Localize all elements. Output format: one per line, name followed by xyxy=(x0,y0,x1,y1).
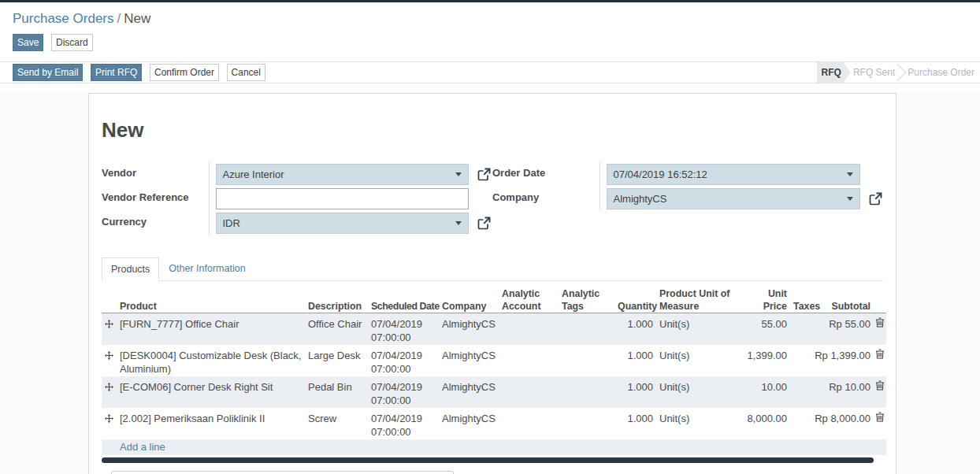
delete-row-icon[interactable] xyxy=(875,412,885,422)
cell-uom[interactable]: Unit(s) xyxy=(656,345,737,376)
cell-unit-price[interactable]: 8,000.00 xyxy=(737,408,790,439)
col-product[interactable]: Product xyxy=(117,281,305,313)
cell-analytic-account[interactable] xyxy=(499,313,559,345)
order-date-field[interactable]: 07/04/2019 16:52:12 xyxy=(607,164,860,185)
print-rfq-button[interactable]: Print RFQ xyxy=(91,64,142,81)
cell-uom[interactable]: Unit(s) xyxy=(656,376,737,408)
cell-scheduled-date[interactable]: 07/04/2019 07:00:00 xyxy=(368,408,439,439)
cell-subtotal[interactable]: Rp 1,399.00 xyxy=(824,345,874,376)
horizontal-scrollbar-thumb[interactable] xyxy=(102,457,874,463)
field-row-vendor: Vendor Azure Interior xyxy=(102,161,492,186)
cell-quantity[interactable]: 1.000 xyxy=(614,345,656,376)
tab-other-information[interactable]: Other Information xyxy=(160,257,254,280)
cell-scheduled-date[interactable]: 07/04/2019 07:00:00 xyxy=(368,376,439,408)
cell-product[interactable]: [2.002] Pemeriksaan Poliklinik II xyxy=(117,408,305,439)
cell-company[interactable]: AlmightyCS xyxy=(439,313,499,345)
breadcrumb-purchase-orders-link[interactable]: Purchase Orders xyxy=(13,11,114,26)
cell-subtotal[interactable]: Rp 55.00 xyxy=(824,313,874,345)
table-row[interactable]: [FURN_7777] Office Chair Office Chair 07… xyxy=(102,313,886,345)
status-step-purchase-order[interactable]: Purchase Order xyxy=(903,62,980,83)
col-company[interactable]: Company xyxy=(439,281,499,313)
status-step-rfq[interactable]: RFQ xyxy=(817,62,851,83)
cell-uom[interactable]: Unit(s) xyxy=(656,408,737,439)
order-date-dropdown-caret-icon[interactable] xyxy=(847,172,853,176)
table-row[interactable]: [2.002] Pemeriksaan Poliklinik II Screw … xyxy=(102,408,886,439)
col-taxes[interactable]: Taxes xyxy=(790,281,824,313)
field-groups: Vendor Azure Interior xyxy=(102,161,883,235)
cell-product[interactable]: [E-COM06] Corner Desk Right Sit xyxy=(117,376,305,408)
cell-description[interactable]: Office Chair xyxy=(305,313,368,345)
send-by-email-button[interactable]: Send by Email xyxy=(13,64,83,81)
cell-scheduled-date[interactable]: 07/04/2019 07:00:00 xyxy=(368,313,439,345)
cell-taxes[interactable] xyxy=(790,313,824,345)
currency-external-link-icon[interactable] xyxy=(477,217,491,230)
delete-row-icon[interactable] xyxy=(875,349,885,359)
cell-description[interactable]: Screw xyxy=(305,408,368,439)
cell-uom[interactable]: Unit(s) xyxy=(656,313,737,345)
cell-product[interactable]: [FURN_7777] Office Chair xyxy=(117,313,305,345)
currency-field[interactable]: IDR xyxy=(216,213,469,234)
drag-handle-icon[interactable] xyxy=(105,414,113,423)
cell-unit-price[interactable]: 1,399.00 xyxy=(737,345,790,376)
save-button[interactable]: Save xyxy=(13,34,43,51)
table-row[interactable]: [E-COM06] Corner Desk Right Sit Pedal Bi… xyxy=(102,376,886,408)
cell-subtotal[interactable]: Rp 10.00 xyxy=(824,376,874,408)
cell-taxes[interactable] xyxy=(790,376,824,408)
tab-products[interactable]: Products xyxy=(102,257,159,281)
breadcrumb-separator: / xyxy=(114,11,124,26)
cell-analytic-tags[interactable] xyxy=(559,345,614,376)
terms-conditions-box[interactable] xyxy=(111,471,454,474)
company-dropdown-caret-icon[interactable] xyxy=(847,197,853,201)
vendor-external-link-icon[interactable] xyxy=(477,168,491,181)
cell-scheduled-date[interactable]: 07/04/2019 07:00:00 xyxy=(368,345,439,376)
vendor-field[interactable]: Azure Interior xyxy=(216,164,469,185)
table-row[interactable]: [DESK0004] Customizable Desk (Black, Alu… xyxy=(102,345,886,376)
cell-description[interactable]: Large Desk xyxy=(305,345,368,376)
cell-company[interactable]: AlmightyCS xyxy=(439,408,499,439)
status-step-rfq-sent[interactable]: RFQ Sent xyxy=(851,62,903,83)
status-step-purchase-order-label: Purchase Order xyxy=(908,67,974,78)
cell-company[interactable]: AlmightyCS xyxy=(439,345,499,376)
cell-quantity[interactable]: 1.000 xyxy=(614,408,656,439)
cell-quantity[interactable]: 1.000 xyxy=(614,313,656,345)
cell-unit-price[interactable]: 55.00 xyxy=(737,313,790,345)
currency-dropdown-caret-icon[interactable] xyxy=(455,221,462,225)
cell-analytic-account[interactable] xyxy=(499,408,559,439)
cell-quantity[interactable]: 1.000 xyxy=(614,376,656,408)
company-field[interactable]: AlmightyCS xyxy=(607,188,860,209)
cell-subtotal[interactable]: Rp 8,000.00 xyxy=(824,408,874,439)
col-quantity[interactable]: Quantity xyxy=(614,281,656,313)
vendor-reference-input[interactable] xyxy=(216,188,469,209)
cell-company[interactable]: AlmightyCS xyxy=(439,376,499,408)
col-uom[interactable]: Product Unit of Measure xyxy=(656,281,737,313)
delete-row-icon[interactable] xyxy=(875,380,885,391)
cell-unit-price[interactable]: 10.00 xyxy=(737,376,790,408)
col-unit-price[interactable]: Unit Price xyxy=(737,281,790,313)
cell-analytic-tags[interactable] xyxy=(559,313,614,345)
order-date-label: Order Date xyxy=(492,167,545,179)
vendor-dropdown-caret-icon[interactable] xyxy=(455,172,462,176)
field-group-right: Order Date 07/04/2019 16:52:12 Company xyxy=(492,161,883,210)
cell-analytic-account[interactable] xyxy=(499,345,559,376)
cell-analytic-tags[interactable] xyxy=(559,376,614,408)
drag-handle-icon[interactable] xyxy=(105,383,113,391)
company-value: AlmightyCS xyxy=(614,193,667,205)
col-scheduled-date[interactable]: Scheduled Date xyxy=(368,281,439,313)
col-analytic-tags[interactable]: Analytic Tags xyxy=(559,281,614,313)
cell-analytic-account[interactable] xyxy=(499,376,559,408)
col-analytic-account[interactable]: Analytic Account xyxy=(499,281,559,313)
company-external-link-icon[interactable] xyxy=(869,192,882,206)
drag-handle-icon[interactable] xyxy=(105,351,113,360)
cancel-button[interactable]: Cancel xyxy=(227,64,265,81)
cell-product[interactable]: [DESK0004] Customizable Desk (Black, Alu… xyxy=(117,345,305,376)
drag-handle-icon[interactable] xyxy=(105,320,113,328)
cell-description[interactable]: Pedal Bin xyxy=(305,376,368,408)
statusbar: Send by Email Print RFQ Confirm Order Ca… xyxy=(0,61,980,83)
cell-analytic-tags[interactable] xyxy=(559,408,614,439)
discard-button[interactable]: Discard xyxy=(51,34,93,51)
delete-row-icon[interactable] xyxy=(875,317,885,328)
confirm-order-button[interactable]: Confirm Order xyxy=(150,64,219,81)
col-subtotal[interactable]: Subtotal xyxy=(824,281,874,313)
col-description[interactable]: Description xyxy=(305,281,368,313)
add-line-link[interactable]: Add a line xyxy=(102,439,886,455)
